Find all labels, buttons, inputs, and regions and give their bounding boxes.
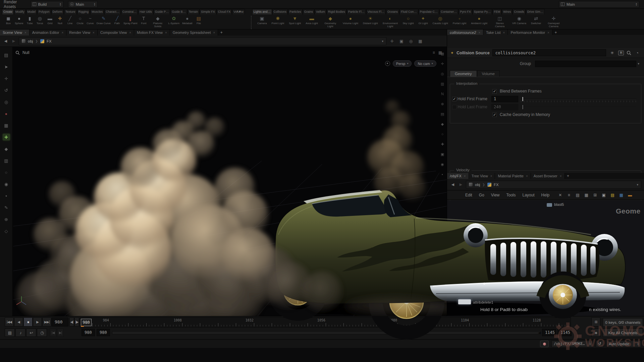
shelf-tool[interactable]: ◉ VR Camera [510,14,529,25]
hold-first-frame-field[interactable] [491,96,518,102]
range-handle[interactable]: ◀ [538,330,541,335]
desktop-selector[interactable]: Main [559,1,639,8]
forward-arrow-icon[interactable]: ▶ [458,182,464,187]
forward-arrow-icon[interactable]: ▶ [11,39,17,43]
pane-tab[interactable]: Material Palette [495,173,531,179]
shelf-tool[interactable]: ◐ Environment Light [380,14,400,28]
shelf-tool[interactable]: ╱ Line [65,14,75,25]
close-icon[interactable] [560,174,562,178]
shelf-tab[interactable]: Deform [51,9,64,14]
network-toolbar-icon[interactable]: ▣ [600,193,607,197]
list-icon[interactable]: ≡ [433,50,435,55]
toolbar-icon[interactable]: ◎ [407,39,415,44]
network-menu-item[interactable]: Tools [503,190,519,199]
toolbar-icon[interactable]: ▣ [398,39,405,44]
shelf-tool[interactable]: ○ Sky Light [400,14,416,25]
network-toolbar-icon[interactable]: ≡ [566,193,572,197]
viewport-tool-icon[interactable]: ↺ [3,87,10,94]
hold-last-frame-slider[interactable] [521,104,636,110]
playhead-frame[interactable]: 980 [81,319,92,326]
shelf-tool[interactable]: ☀ Distant Light [361,14,380,25]
range-step-fwd-icon[interactable]: ▶| [57,328,64,337]
blend-between-frames-checkbox[interactable] [492,89,497,94]
viewport-tool-icon[interactable]: ◇ [3,228,10,234]
shelf-tool[interactable]: ▫ Portal Light [450,14,469,25]
param-subtab[interactable]: Geometry [450,70,477,77]
transport-button[interactable]: ◀ [14,317,23,326]
shelf-tool[interactable]: ◆ Geometry Light [320,14,340,28]
lock-camera-icon[interactable] [385,61,390,66]
cook-state-icon[interactable] [540,341,549,347]
selected-network-node[interactable] [458,299,471,304]
shelf-tool[interactable]: ○ Circle [75,14,85,25]
network-toolbar-icon[interactable]: ▦ [618,193,625,197]
operator-menu-icon[interactable]: ✳ [609,51,615,55]
shelf-tab[interactable]: Rigging [77,9,90,14]
viewport-tool-icon[interactable]: ● [3,110,10,117]
shelf-tab[interactable]: Populate C… [419,9,439,14]
playbar-option-icon[interactable]: ♪ [15,328,25,337]
shelf-tab[interactable]: FEM [492,9,501,14]
shelf-tab[interactable]: Guide B… [170,9,187,14]
shelf-tool[interactable]: T Font [139,14,149,25]
shelf-tab[interactable]: Modify [14,9,26,14]
breadcrumb-root[interactable]: obj [475,183,480,187]
hold-first-frame-checkbox[interactable] [452,97,457,101]
shelf-tool[interactable]: ◎ Torus [35,14,45,25]
shelf-tab[interactable]: Particle Fl… [347,9,366,14]
pane-tab[interactable]: Animation Editor [30,29,67,36]
search-icon[interactable] [627,51,631,55]
viewport-display-icon[interactable]: N [439,91,445,97]
network-node-label[interactable]: attribdelete1 [473,300,493,304]
shelf-tab[interactable]: Collisions [272,9,288,14]
viewport-tool-icon[interactable]: ▥ [3,157,10,164]
build-desktop-selector[interactable]: Build [31,1,63,8]
back-arrow-icon[interactable]: ◀ [3,39,9,43]
shelf-tab[interactable]: Terrain [187,9,200,14]
playback-range-start-field[interactable]: 980 [97,329,110,336]
toolbar-icon[interactable]: ▦ [417,39,424,44]
chevron-down-icon[interactable] [382,40,383,43]
transport-button[interactable]: ▶▶| [42,317,51,326]
viewport-tool-icon[interactable]: ◉ [3,181,10,187]
playbar-option-icon[interactable]: ◷ [37,328,47,337]
close-icon[interactable] [93,31,95,35]
network-canvas[interactable] [447,200,644,316]
pane-tab[interactable]: Scene View [0,29,30,36]
shelf-tab[interactable]: Hair Utils [138,9,153,14]
network-node-label[interactable]: blast5 [554,202,564,206]
viewport-tool-icon[interactable]: ✎ [3,204,10,211]
shelf-tab[interactable]: Constrai… [121,9,138,14]
chevron-down-icon[interactable] [638,62,639,65]
viewport-tool-icon[interactable]: ◆ [3,145,10,152]
global-range-end-field[interactable]: 1145 [557,329,572,336]
shelf-tab[interactable]: Charact… [104,9,121,14]
timeline-ruler[interactable]: 980 984100810321056108011041128 [80,317,571,327]
viewport-tool-icon[interactable]: ◎ [3,99,10,105]
viewport-display-icon[interactable]: ✛ [439,61,445,66]
viewport-tool-icon[interactable]: ▦ [3,122,10,129]
radial-menu-selector[interactable]: Main [68,1,98,8]
network-menu-item[interactable]: Layout [519,190,538,199]
shelf-tab[interactable]: Oceans [386,9,399,14]
pane-tab[interactable]: /obj/FX [447,173,469,179]
viewport-display-icon[interactable]: ◆ [439,121,445,127]
path-breadcrumb[interactable]: obj FX [19,37,386,45]
chevron-down-icon[interactable] [637,183,638,186]
cache-geometry-checkbox[interactable] [492,113,497,117]
shelf-tab[interactable]: Sparse Py… [473,9,492,14]
shelf-tool[interactable]: ◫ Stereo Camera [490,14,510,28]
pane-tab[interactable]: Render View [66,29,98,36]
transport-button[interactable]: ▶ [33,317,42,326]
network-menu-item[interactable]: View [488,190,503,199]
viewport-tool-icon[interactable]: ✛ [3,75,10,82]
viewport-tool-icon[interactable]: ○ [3,169,10,176]
shelf-tool[interactable]: ╱ Path [112,14,122,25]
step-back-button[interactable]: ◀| [69,317,74,326]
breadcrumb-current[interactable]: FX [47,39,52,43]
pane-tab[interactable]: Tree View [469,173,495,179]
shelf-tool[interactable]: ✦ GI Light [416,14,430,25]
transport-button[interactable]: ■ [23,317,33,326]
pane-tab[interactable]: Motion FX View [134,29,170,36]
shelf-tab[interactable]: Wires [502,9,512,14]
